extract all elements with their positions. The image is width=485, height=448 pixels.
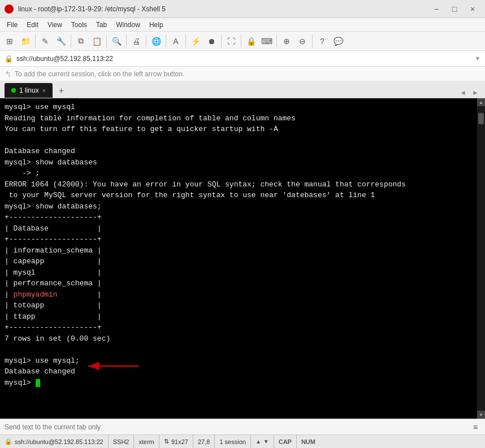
toolbar-open-btn[interactable]: 📁	[18, 34, 33, 49]
terminal-output: mysql> use mysql Reading table informati…	[0, 98, 485, 419]
lock-icon: 🔒	[5, 55, 13, 63]
toolbar-sep-10	[276, 35, 277, 47]
send-text-input[interactable]	[5, 423, 468, 431]
status-scroll-controls: ▲ ▼	[251, 435, 274, 448]
toolbar-sep-5	[146, 35, 146, 47]
input-menu-button[interactable]: ≡	[470, 422, 480, 432]
menu-window[interactable]: Window	[111, 20, 145, 30]
address-bar: 🔒 ssh://ubuntu@52.192.85.113:22 ▼	[0, 51, 485, 67]
maximize-button[interactable]: □	[447, 3, 462, 15]
status-sessions: 1 session	[215, 435, 250, 448]
status-lock-icon: 🔒	[5, 438, 12, 445]
hint-text: To add the current session, click on the…	[15, 70, 184, 78]
num-indicator: NUM	[301, 438, 315, 445]
app-window: linux - root@ip-172-31-9-29: /etc/mysql …	[0, 0, 485, 448]
toolbar-print-btn[interactable]: 🖨	[129, 34, 144, 49]
terminal-cursor	[36, 379, 40, 387]
terminal[interactable]: mysql> use mysql Reading table informati…	[0, 98, 485, 419]
toolbar-add-btn[interactable]: ⊕	[279, 34, 294, 49]
status-position-text: 27,8	[198, 438, 210, 445]
toolbar-lock-btn[interactable]: 🔒	[244, 34, 258, 49]
tab-navigation: ◄ ►	[458, 88, 480, 98]
menu-bar: File Edit View Tools Tab Window Help	[0, 18, 485, 32]
toolbar-sep-9	[241, 35, 241, 47]
toolbar-edit-btn[interactable]: ✎	[38, 34, 53, 49]
tab-close-icon[interactable]: ×	[42, 88, 46, 94]
toolbar-rec-btn[interactable]: ⏺	[204, 34, 219, 49]
status-protocol: SSH2	[109, 435, 135, 448]
status-protocol-text: SSH2	[113, 438, 129, 445]
status-terminal: xterm	[134, 435, 159, 448]
status-scroll-down[interactable]: ▼	[263, 438, 269, 445]
menu-edit[interactable]: Edit	[22, 20, 43, 30]
status-address-text: ssh://ubuntu@52.192.85.113:22	[15, 438, 103, 445]
tab-nav-left[interactable]: ◄	[458, 88, 468, 98]
menu-tab[interactable]: Tab	[92, 20, 111, 30]
toolbar-sep-6	[166, 35, 166, 47]
toolbar-sep-1	[35, 35, 36, 47]
toolbar-full-btn[interactable]: ⛶	[224, 34, 239, 49]
menu-help[interactable]: Help	[145, 20, 168, 30]
toolbar: ⊞ 📁 ✎ 🔧 ⧉ 📋 🔍 🖨 🌐 A ⚡ ⏺ ⛶ 🔒 ⌨ ⊕ ⊖ ? 💬	[0, 32, 485, 51]
status-address: 🔒 ssh://ubuntu@52.192.85.113:22	[5, 435, 109, 448]
scroll-thumb[interactable]	[478, 113, 484, 124]
toolbar-font-btn[interactable]: A	[168, 34, 183, 49]
toolbar-globe-btn[interactable]: 🌐	[149, 34, 163, 49]
toolbar-help-btn[interactable]: ?	[315, 34, 330, 49]
toolbar-sep-7	[185, 35, 186, 47]
toolbar-new-btn[interactable]: ⊞	[2, 34, 17, 49]
tab-status-dot	[11, 88, 16, 93]
toolbar-copy-btn[interactable]: ⧉	[73, 34, 88, 49]
cap-indicator: CAP	[279, 438, 292, 445]
scroll-up-button[interactable]: ▲	[477, 98, 485, 106]
tab-bar: 1 linux × + ◄ ►	[0, 81, 485, 98]
toolbar-sep-11	[312, 35, 313, 47]
app-icon	[5, 5, 14, 14]
status-num: NUM	[297, 435, 320, 448]
toolbar-paste-btn[interactable]: 📋	[89, 34, 104, 49]
toolbar-chat-btn[interactable]: 💬	[331, 34, 345, 49]
status-sessions-text: 1 session	[219, 438, 245, 445]
address-text: ssh://ubuntu@52.192.85.113:22	[16, 55, 471, 63]
toolbar-sep-3	[106, 35, 107, 47]
toolbar-kbd-btn[interactable]: ⌨	[259, 34, 274, 49]
menu-tools[interactable]: Tools	[67, 20, 92, 30]
minimize-button[interactable]: −	[428, 3, 444, 15]
window-title: linux - root@ip-172-31-9-29: /etc/mysql …	[18, 5, 428, 13]
status-bar: 🔒 ssh://ubuntu@52.192.85.113:22 SSH2 xte…	[0, 434, 485, 448]
scroll-down-button[interactable]: ▼	[477, 411, 485, 419]
toolbar-sess-btn[interactable]: ⚡	[188, 34, 203, 49]
hint-bar: ↰ To add the current session, click on t…	[0, 67, 485, 81]
input-bar: ≡	[0, 419, 485, 434]
status-terminal-text: xterm	[138, 438, 154, 445]
status-size-text: 91x27	[171, 438, 188, 445]
status-cap: CAP	[274, 435, 297, 448]
window-controls: − □ ×	[428, 3, 480, 15]
terminal-scrollbar[interactable]: ▲ ▼	[477, 98, 485, 419]
tab-label: 1 linux	[19, 86, 39, 94]
toolbar-sep-2	[71, 35, 71, 47]
menu-view[interactable]: View	[43, 20, 67, 30]
status-size-icon: ⇅	[164, 438, 169, 445]
toolbar-prop-btn[interactable]: 🔧	[54, 34, 68, 49]
close-button[interactable]: ×	[465, 3, 480, 15]
status-size: ⇅ 91x27	[159, 435, 193, 448]
menu-file[interactable]: File	[2, 20, 22, 30]
status-scroll-up[interactable]: ▲	[256, 438, 261, 445]
tab-add-button[interactable]: +	[55, 84, 68, 98]
tab-nav-right[interactable]: ►	[470, 88, 480, 98]
address-dropdown[interactable]: ▼	[475, 55, 480, 62]
status-position: 27,8	[193, 435, 215, 448]
toolbar-sub-btn[interactable]: ⊖	[295, 34, 310, 49]
toolbar-sep-4	[126, 35, 127, 47]
tab-linux[interactable]: 1 linux ×	[5, 83, 53, 98]
left-arrow-icon: ↰	[5, 69, 11, 79]
toolbar-search-btn[interactable]: 🔍	[109, 34, 124, 49]
title-bar: linux - root@ip-172-31-9-29: /etc/mysql …	[0, 0, 485, 18]
toolbar-sep-8	[221, 35, 222, 47]
